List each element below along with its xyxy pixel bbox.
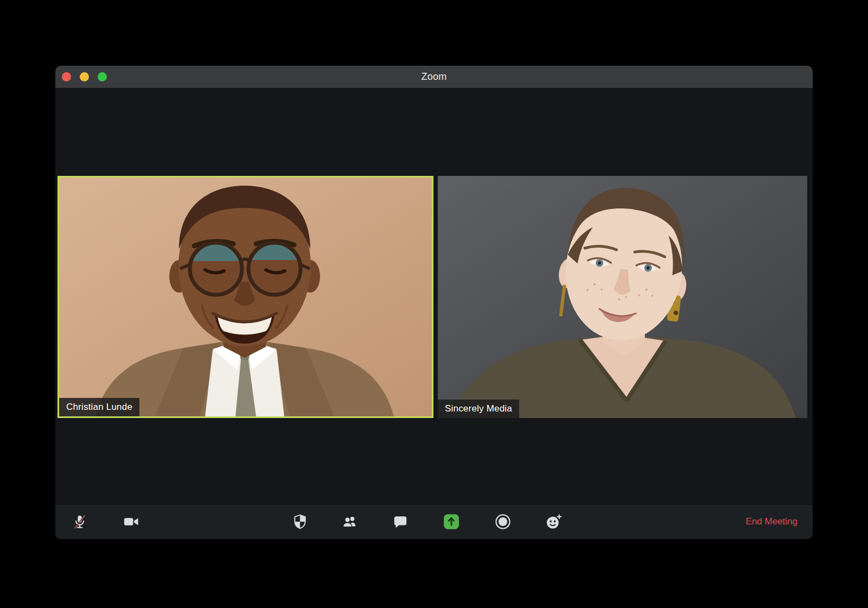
- chat-bubble-icon: [392, 514, 409, 530]
- share-screen-button[interactable]: [440, 510, 463, 533]
- participants-icon: [341, 513, 359, 530]
- reactions-icon: [545, 513, 562, 530]
- security-shield-icon: [292, 514, 308, 530]
- mute-button[interactable]: [68, 510, 91, 533]
- minimize-window-button[interactable]: [80, 72, 89, 81]
- security-button[interactable]: [289, 510, 311, 533]
- video-tile-christian-lunde[interactable]: Christian Lunde: [58, 176, 433, 418]
- end-meeting-button[interactable]: End Meeting: [746, 506, 797, 537]
- close-window-button[interactable]: [62, 72, 71, 81]
- video-feed-christian-lunde: [59, 178, 432, 416]
- reactions-button[interactable]: [542, 510, 565, 533]
- meeting-toolbar: End Meeting: [55, 505, 813, 539]
- share-screen-icon: [443, 513, 460, 530]
- video-feed-sincerely-media: [438, 176, 807, 418]
- desktop-background: Zoom: [0, 0, 868, 608]
- video-grid: Christian Lunde: [55, 88, 813, 506]
- chat-button[interactable]: [389, 510, 412, 533]
- record-button[interactable]: [492, 510, 514, 533]
- start-video-button[interactable]: [120, 510, 143, 533]
- video-camera-icon: [123, 513, 140, 530]
- zoom-window-button[interactable]: [98, 72, 107, 81]
- title-bar[interactable]: Zoom: [55, 66, 813, 88]
- participant-name-label: Christian Lunde: [59, 398, 139, 416]
- microphone-muted-icon: [72, 514, 88, 530]
- participants-button[interactable]: [339, 510, 361, 533]
- zoom-app-window: Zoom: [55, 66, 813, 539]
- participant-name-label: Sincerely Media: [438, 400, 519, 418]
- record-icon: [494, 513, 512, 530]
- traffic-lights: [62, 66, 107, 88]
- video-tile-sincerely-media[interactable]: Sincerely Media: [438, 176, 807, 418]
- window-title: Zoom: [422, 71, 447, 83]
